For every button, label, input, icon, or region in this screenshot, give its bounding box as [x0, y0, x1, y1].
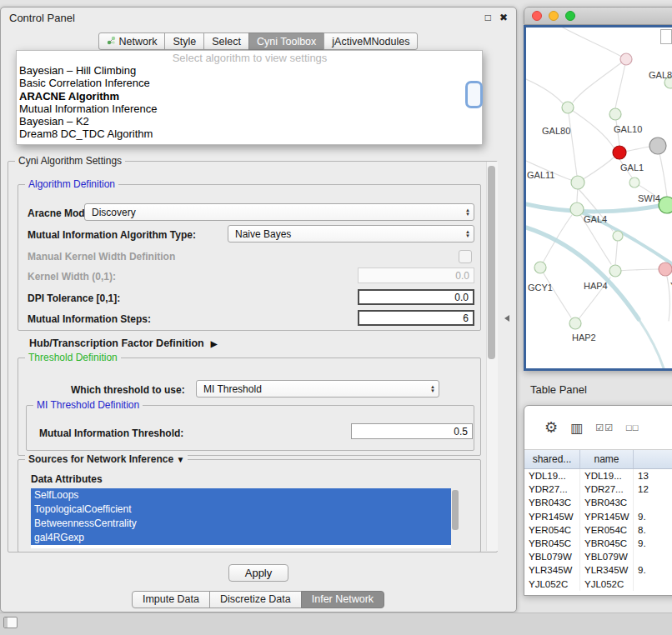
attribute-item-selfloops[interactable]: SelfLoops [31, 488, 451, 502]
tab-label: Select [212, 36, 241, 48]
bottom-tab-impute-data[interactable]: Impute Data [132, 591, 210, 608]
group-title-sources[interactable]: Sources for Network Inference ▼ [25, 453, 188, 465]
table-cell: YLR345W [580, 563, 634, 577]
algorithm-option-basic-correlation-inference[interactable]: Basic Correlation Inference [19, 77, 480, 89]
tab-style[interactable]: Style [164, 32, 204, 50]
network-node[interactable] [649, 138, 666, 154]
algorithm-option-aracne-algorithm[interactable]: ARACNE Algorithm [19, 90, 480, 102]
table-cell: 9. [634, 563, 672, 577]
network-node[interactable] [659, 197, 672, 213]
table-row[interactable]: YDL19...YDL19...13 [524, 469, 672, 482]
network-edge[interactable] [615, 269, 659, 271]
network-node[interactable] [659, 262, 672, 276]
manual-kernel-width-checkbox[interactable] [459, 250, 472, 263]
splitter-collapse-arrow[interactable] [504, 315, 509, 322]
network-node[interactable] [613, 231, 623, 241]
table-cell: YJL052C [580, 578, 634, 591]
float-window-icon[interactable]: □ [485, 12, 491, 23]
table-row[interactable]: YBL079WYBL079W [524, 550, 672, 563]
data-attributes-list[interactable]: SelfLoopsTopologicalCoefficientBetweenne… [31, 488, 459, 548]
gear-icon[interactable]: ⚙ [544, 418, 558, 437]
mi-threshold-label: Mutual Information Threshold: [39, 428, 183, 439]
group-title-mi-threshold: MI Threshold Definition [33, 399, 143, 411]
control-panel-window: Control Panel □ ✖ NetworkStyleSelectCyni… [0, 7, 517, 612]
deselect-all-icon[interactable]: □□ [626, 422, 639, 432]
network-node[interactable] [613, 146, 626, 159]
mi-steps-field[interactable] [358, 310, 474, 326]
group-title-algorithm-definition: Algorithm Definition [25, 178, 118, 190]
window-title: Control Panel [9, 12, 75, 24]
network-node[interactable] [534, 262, 546, 273]
table-row[interactable]: YLR345WYLR345W9. [524, 563, 672, 577]
network-node[interactable] [562, 102, 574, 113]
table-row[interactable]: YER054CYER054C8. [524, 523, 672, 537]
algorithm-option-mutual-information-inference[interactable]: Mutual Information Inference [19, 102, 480, 115]
network-node[interactable] [569, 318, 581, 329]
zoom-traffic-light[interactable] [565, 11, 575, 21]
table-cell: YJL052C [524, 578, 580, 591]
tab-select[interactable]: Select [203, 32, 249, 50]
bottom-tab-discretize-data[interactable]: Discretize Data [209, 591, 302, 608]
network-graph[interactable]: GAL8GAL80GAL10GAL11GAL1SWI4GAL4GCY1HAP4H… [526, 28, 672, 371]
columns-icon[interactable]: ▥ [570, 420, 583, 436]
network-node[interactable] [609, 265, 621, 277]
network-edge[interactable] [665, 269, 669, 321]
network-edge[interactable] [639, 319, 664, 368]
table-cell [634, 578, 672, 591]
kernel-width-field [358, 268, 474, 283]
network-edge[interactable] [568, 108, 614, 148]
minimize-traffic-light[interactable] [549, 11, 559, 21]
mi-threshold-field[interactable] [351, 423, 473, 439]
attributes-scrollbar-thumb[interactable] [452, 490, 459, 530]
column-header-shared[interactable]: shared... [524, 450, 580, 468]
network-node[interactable] [620, 53, 632, 65]
aracne-mode-select[interactable]: Discovery ▲▼ [84, 203, 474, 221]
network-node[interactable] [570, 202, 584, 216]
table-row[interactable]: YDR27...YDR27...12 [524, 482, 672, 496]
network-edge[interactable] [563, 28, 626, 59]
network-edge[interactable] [540, 268, 571, 318]
column-header-name[interactable]: name [580, 450, 634, 468]
node-label-hap4: HAP4 [584, 281, 608, 291]
dpi-tolerance-field[interactable] [358, 289, 474, 305]
apply-button[interactable]: Apply [228, 564, 288, 582]
which-threshold-select[interactable]: MI Threshold ▲▼ [196, 380, 439, 398]
table-row[interactable]: YBR043CYBR043C [524, 496, 672, 509]
expand-right-icon: ▶ [211, 339, 218, 348]
network-node[interactable] [571, 176, 584, 189]
dpi-tolerance-label: DPI Tolerance [0,1]: [28, 292, 120, 304]
tab-jactivemnodules[interactable]: jActiveMNodules [323, 32, 418, 50]
table-row[interactable]: YJL052CYJL052C [524, 578, 672, 591]
attribute-item-topologicalcoefficient[interactable]: TopologicalCoefficient [31, 502, 451, 517]
network-node[interactable] [629, 178, 639, 188]
tab-network[interactable]: Network [98, 32, 166, 50]
algorithm-option-dream8-dc-tdc-algorithm[interactable]: Dream8 DC_TDC Algorithm [19, 128, 480, 140]
close-window-icon[interactable]: ✖ [499, 12, 508, 23]
network-edge[interactable] [526, 79, 563, 103]
attribute-item-betweennesscentrality[interactable]: BetweennessCentrality [31, 517, 451, 531]
network-edge[interactable] [526, 228, 639, 319]
algorithm-option-bayesian-hill-climbing[interactable]: Bayesian – Hill Climbing [19, 64, 480, 77]
settings-scrollbar-thumb[interactable] [488, 166, 495, 359]
network-canvas[interactable]: GAL8GAL80GAL10GAL11GAL1SWI4GAL4GCY1HAP4H… [524, 25, 672, 371]
column-header-2[interactable] [634, 450, 672, 468]
panel-grip-icon[interactable] [3, 617, 18, 628]
mi-algorithm-type-select[interactable]: Naive Bayes ▲▼ [228, 225, 474, 242]
network-node[interactable] [609, 108, 621, 120]
bottom-tab-infer-network[interactable]: Infer Network [301, 591, 384, 608]
help-button-fragment[interactable] [465, 81, 483, 108]
network-window-titlebar[interactable] [524, 7, 672, 25]
tab-cyni-toolbox[interactable]: Cyni Toolbox [248, 32, 324, 50]
table-cell: YDL19... [580, 469, 634, 482]
close-traffic-light[interactable] [532, 11, 542, 21]
algorithm-option-bayesian-k2[interactable]: Bayesian – K2 [19, 115, 480, 128]
hub-transcription-factor-section[interactable]: Hub/Transcription Factor Definition ▶ [29, 338, 217, 349]
table-row[interactable]: YPR145WYPR145W9. [524, 510, 672, 523]
control-panel-titlebar[interactable]: Control Panel □ ✖ [1, 8, 516, 28]
attribute-item-gal4rgexp[interactable]: gal4RGexp [31, 531, 451, 545]
table-cell: YBL079W [580, 550, 634, 563]
select-all-icon[interactable]: ☑☑ [595, 422, 614, 433]
node-label-gal80: GAL80 [542, 126, 570, 136]
network-edge[interactable] [568, 108, 577, 176]
table-row[interactable]: YBR045CYBR045C9. [524, 537, 672, 550]
